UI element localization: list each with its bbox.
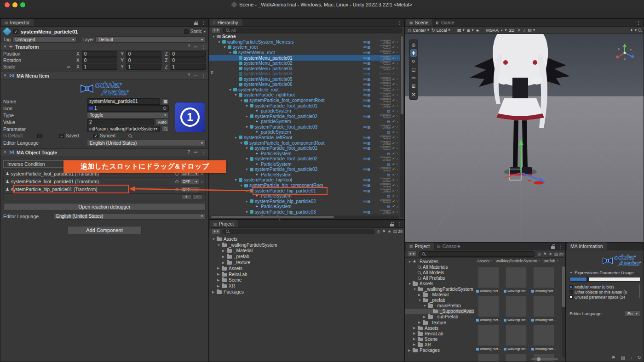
foldout-arrow-icon[interactable]: ▶ — [222, 255, 227, 259]
add-component-button[interactable]: Add Component — [67, 226, 142, 234]
row-chevron-icon[interactable]: › — [397, 40, 398, 44]
component-menu-icon[interactable]: ⋮ — [201, 150, 206, 155]
hierarchy-row[interactable]: systemMenu_particle05⋈▦UntaggedDefault✓› — [209, 77, 404, 82]
help-icon[interactable]: ? — [187, 44, 190, 49]
row-chevron-icon[interactable]: › — [397, 61, 398, 66]
hierarchy-row[interactable]: ▼walkingParticleSystem_Nemesis⋈▦Untagged… — [209, 40, 404, 45]
hierarchy-row[interactable]: ▼systemParticle_foot_particle01⋈▦Untagge… — [209, 103, 404, 108]
foldout-arrow-icon[interactable]: ▶ — [222, 249, 227, 253]
active-checkbox[interactable]: ✓ — [392, 204, 395, 209]
entry-state-dropdown[interactable]: OFF▾ — [181, 179, 199, 184]
project-tree-row[interactable]: ▶_subPrefab — [405, 314, 474, 320]
hidden-count-badge[interactable]: ▤29 — [554, 252, 564, 256]
download-icon[interactable]: ↓ — [630, 355, 632, 360]
active-checkbox[interactable]: ✓ — [392, 109, 395, 113]
asset-thumbnail[interactable]: walkingPart... — [504, 296, 529, 322]
preset-icon[interactable]: ≔ — [193, 44, 198, 49]
create-object-button[interactable]: +▾ — [211, 27, 221, 33]
lighting-toggle-icon[interactable]: ☀ — [517, 28, 521, 33]
flag-icon[interactable]: ⚑ — [611, 355, 615, 360]
scale-y-field[interactable]: 1 — [126, 64, 162, 70]
project-tree-row[interactable]: ▼_walkingParticleSystem — [405, 286, 474, 292]
foldout-arrow-icon[interactable]: ▼ — [423, 304, 428, 307]
tab-ma-information[interactable]: MA Information — [567, 243, 607, 250]
foldout-arrow-icon[interactable]: ▼ — [3, 45, 7, 49]
hierarchy-row[interactable]: ▼systemParticle_foot_componentRoot⋈▦Unta… — [209, 140, 404, 146]
foldout-arrow-icon[interactable]: ▼ — [245, 125, 250, 129]
hierarchy-row[interactable]: ✦particleSystem▤✓› — [209, 119, 404, 124]
icon-object-field[interactable]: 1 ⊙ — [87, 105, 169, 112]
foldout-arrow-icon[interactable]: ▼ — [234, 93, 239, 96]
inverse-condition-toggle[interactable]: Inverse Condition — [3, 160, 64, 168]
component-menu-icon[interactable]: ⋮ — [201, 73, 206, 78]
preset-icon[interactable]: ≔ — [193, 150, 198, 155]
active-checkbox[interactable]: ✓ — [392, 178, 395, 182]
tab-console[interactable]: ▤ Console — [434, 243, 464, 250]
scale-x-field[interactable]: 1 — [82, 64, 118, 70]
lock-icon[interactable] — [551, 246, 555, 249]
project-tree-row[interactable]: ▼_prefab — [405, 298, 474, 303]
shading-mode-dropdown[interactable]: ◐▾ — [501, 28, 507, 33]
project-tree-row[interactable]: ▶Packages — [209, 289, 404, 295]
refresh-icon[interactable]: ↻ — [638, 355, 641, 360]
position-z-field[interactable]: 0 — [170, 51, 206, 57]
hierarchy-row[interactable]: systemMenu_particle01⋈▦UntaggedDefault✓› — [209, 55, 404, 61]
tag-dropdown[interactable]: Untagged▾ — [12, 36, 77, 43]
panel-menu-icon[interactable]: ⋮ — [201, 20, 206, 25]
synced-checkbox[interactable]: ✓ — [93, 134, 98, 138]
drag-handle-icon[interactable]: = — [201, 187, 203, 192]
hierarchy-row[interactable]: systemMenu_particle03⋈▦UntaggedDefault✓› — [209, 66, 404, 71]
custom-tool-button[interactable]: ⚒ — [410, 90, 417, 98]
foldout-arrow-icon[interactable]: ▶ — [222, 261, 227, 265]
project-tree-row[interactable]: ▶_Material — [405, 292, 474, 298]
foldout-arrow-icon[interactable]: ▼ — [234, 136, 239, 139]
foldout-arrow-icon[interactable]: ▼ — [245, 200, 250, 203]
position-x-field[interactable]: 0 — [82, 51, 118, 57]
hierarchy-row[interactable]: ▼systemParticle_hip_particle01⋈▦Untagged… — [209, 188, 404, 193]
scale-link-icon[interactable]: ∞ — [67, 64, 70, 69]
hierarchy-row[interactable]: ✦ParticleSystem▤✓› — [209, 162, 404, 167]
active-checkbox[interactable]: ✓ — [13, 29, 18, 34]
tab-project[interactable]: ▥ Project — [210, 220, 238, 227]
hierarchy-row[interactable]: ✦particleSystem▤✓› — [209, 130, 404, 135]
row-chevron-icon[interactable]: › — [397, 157, 398, 161]
active-checkbox[interactable]: ✓ — [392, 77, 395, 81]
active-checkbox[interactable]: ✓ — [392, 183, 395, 187]
foldout-arrow-icon[interactable]: ▶ — [212, 290, 217, 294]
create-asset-button[interactable]: +▾ — [211, 228, 221, 234]
row-chevron-icon[interactable]: › — [397, 66, 398, 71]
hierarchy-row[interactable]: ▼systemParticle_foot_particle02⋈▦Untagge… — [209, 156, 404, 162]
transform-tool-button[interactable]: ⊞ — [410, 82, 417, 90]
close-window-button[interactable] — [5, 2, 10, 7]
foldout-arrow-icon[interactable]: ▶ — [413, 332, 418, 335]
active-checkbox[interactable]: ✓ — [392, 210, 395, 214]
foldout-arrow-icon[interactable]: ▶ — [418, 293, 423, 297]
rotation-z-field[interactable]: 0 — [170, 57, 206, 63]
foldout-arrow-icon[interactable]: ▼ — [212, 35, 217, 38]
foldout-arrow-icon[interactable]: ▼ — [240, 141, 244, 145]
audio-toggle-icon[interactable]: ♪ — [523, 28, 525, 33]
row-chevron-icon[interactable]: › — [397, 50, 398, 55]
foldout-arrow-icon[interactable]: ▶ — [217, 284, 222, 288]
row-chevron-icon[interactable]: › — [397, 162, 398, 166]
row-chevron-icon[interactable]: › — [397, 124, 398, 129]
tab-scene[interactable]: ▦ Scene — [406, 19, 432, 26]
project-tree-row[interactable]: ▶ReiraLab — [209, 272, 404, 277]
snap-settings-dropdown[interactable]: ⊞▾ — [467, 28, 474, 33]
foldout-arrow-icon[interactable]: ▶ — [413, 326, 418, 330]
row-chevron-icon[interactable]: › — [397, 72, 398, 76]
hierarchy-row[interactable]: ▼systemParticle_rightRoot⋈▦UntaggedDefau… — [209, 92, 404, 98]
hierarchy-search-input[interactable]: All — [223, 28, 402, 33]
active-checkbox[interactable]: ✓ — [392, 56, 395, 60]
active-checkbox[interactable]: ✓ — [392, 104, 395, 108]
favorites-icon[interactable]: ★ — [548, 252, 552, 256]
hierarchy-row[interactable]: ▼systemMenu_root⋈▦UntaggedDefault✓› — [209, 50, 404, 56]
open-reaction-debugger-button[interactable]: Open reaction debugger — [3, 203, 206, 210]
project-tree-row[interactable]: ▼Assets — [405, 281, 474, 286]
scene-search-icon[interactable] — [638, 28, 641, 32]
asset-thumbnail[interactable]: walkingPart... — [504, 354, 529, 362]
row-chevron-icon[interactable]: › — [397, 204, 398, 209]
breadcrumb[interactable]: Assets›_walkingParticleSystem›_prefab›_ — [474, 258, 565, 264]
row-chevron-icon[interactable]: › — [397, 82, 398, 87]
asset-thumbnail[interactable]: walkingPart... — [504, 325, 529, 351]
